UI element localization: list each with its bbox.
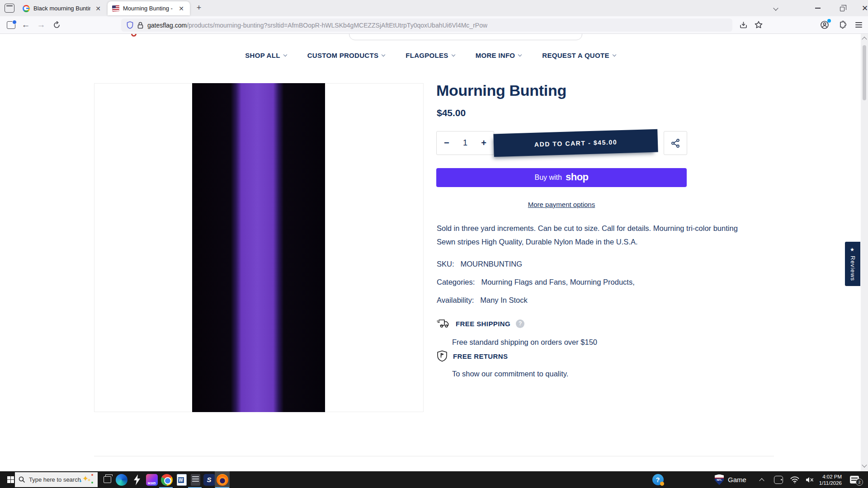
browser-toolbar: ← → gatesflag.com/products/mourning-bunt… bbox=[0, 16, 868, 34]
sidebar-import-icon[interactable] bbox=[5, 16, 17, 33]
address-bar[interactable]: gatesflag.com/products/mourning-bunting?… bbox=[121, 19, 732, 32]
forward-button[interactable]: → bbox=[34, 16, 48, 33]
task-view-icon[interactable] bbox=[99, 471, 115, 488]
quantity-decrease-button[interactable]: − bbox=[444, 138, 449, 148]
wifi-icon[interactable] bbox=[788, 471, 802, 488]
reload-button[interactable] bbox=[50, 16, 63, 33]
browser-tab-bar: Black mourning Bunting - Goog ✕ Mourning… bbox=[0, 0, 868, 16]
nav-item-shop-all[interactable]: SHOP ALL bbox=[245, 52, 286, 59]
taskbar-edge-icon[interactable] bbox=[114, 471, 129, 488]
copilot-sparkle-icon[interactable]: ✦✦ bbox=[80, 474, 93, 485]
more-payment-options-link[interactable]: More payment options bbox=[436, 201, 687, 208]
taskbar-lightning-icon[interactable] bbox=[129, 471, 144, 488]
quantity-increase-button[interactable]: + bbox=[481, 138, 486, 148]
page-viewport: SHOP ALL CUSTOM PRODUCTS FLAGPOLES MORE … bbox=[0, 34, 868, 471]
tray-device-icon[interactable] bbox=[771, 471, 786, 488]
availability-label: Availability: bbox=[437, 296, 474, 304]
share-icon bbox=[670, 138, 680, 148]
scrollbar-thumb[interactable] bbox=[863, 45, 866, 100]
scroll-down-icon[interactable] bbox=[862, 462, 867, 467]
app-menu-hamburger-icon[interactable] bbox=[851, 16, 866, 33]
nav-item-more-info[interactable]: MORE INFO bbox=[476, 52, 522, 59]
availability-value: Many In Stock bbox=[480, 296, 528, 304]
product-image-mourning-bunting[interactable] bbox=[192, 83, 325, 412]
bookmark-star-icon[interactable] bbox=[751, 16, 766, 33]
tracking-protection-shield-icon[interactable] bbox=[127, 21, 133, 29]
windows-taskbar: Type here to search ✦✦ M365 W S ? NFL Ga… bbox=[0, 471, 868, 488]
share-button[interactable] bbox=[664, 131, 687, 155]
account-icon[interactable] bbox=[816, 16, 833, 33]
shop-pay-logo: shop bbox=[566, 171, 589, 183]
quantity-stepper: − 1 + bbox=[436, 131, 494, 155]
time-text: 4:02 PM bbox=[822, 474, 842, 480]
truck-icon bbox=[437, 319, 450, 328]
free-shipping-help-icon[interactable]: ? bbox=[516, 319, 524, 328]
taskbar-m365-icon[interactable]: M365 bbox=[144, 471, 159, 488]
url-text[interactable]: gatesflag.com/products/mourning-bunting?… bbox=[147, 22, 487, 29]
search-icon bbox=[19, 476, 25, 483]
url-path: /products/mourning-bunting?srsltid=AfmBO… bbox=[187, 22, 487, 29]
tab-google-search[interactable]: Black mourning Bunting - Goog ✕ bbox=[18, 1, 107, 15]
product-title: Mourning Bunting bbox=[436, 82, 566, 99]
notification-count-badge: 2 bbox=[856, 479, 863, 486]
account-notification-dot bbox=[827, 19, 831, 23]
categories-value[interactable]: Mourning Flags and Fans, Mourning Produc… bbox=[481, 278, 634, 286]
taskbar-document-icon[interactable] bbox=[188, 471, 203, 488]
new-tab-button[interactable]: + bbox=[193, 3, 204, 14]
nfl-game-icon[interactable]: NFL bbox=[712, 471, 726, 488]
lock-icon[interactable] bbox=[137, 22, 143, 29]
buy-with-shop-button[interactable]: Buy with shop bbox=[436, 168, 687, 187]
windows-logo-icon bbox=[7, 476, 14, 483]
sku-label: SKU: bbox=[437, 260, 454, 268]
shield-icon bbox=[437, 350, 448, 362]
tab-close-icon[interactable]: ✕ bbox=[94, 5, 102, 12]
chevron-down-icon bbox=[451, 52, 455, 56]
window-restore-button[interactable] bbox=[832, 0, 853, 16]
reviews-side-tab[interactable]: ★Reviews bbox=[845, 242, 860, 286]
window-minimize-button[interactable] bbox=[807, 0, 828, 16]
scroll-up-icon[interactable] bbox=[862, 37, 867, 42]
chevron-down-icon bbox=[283, 52, 287, 56]
page-scrollbar[interactable] bbox=[861, 34, 868, 471]
extensions-puzzle-icon[interactable] bbox=[835, 16, 850, 33]
taskbar-firefox-icon[interactable] bbox=[215, 471, 230, 488]
lightning-bolt-icon bbox=[133, 474, 141, 485]
game-taskbar-label[interactable]: Game bbox=[728, 471, 746, 488]
google-favicon-icon bbox=[23, 5, 30, 12]
sku-value: MOURNBUNTING bbox=[461, 260, 523, 268]
nav-item-custom-products[interactable]: CUSTOM PRODUCTS bbox=[307, 52, 385, 59]
date-text: 1/11/2026 bbox=[819, 480, 842, 486]
taskbar-clock[interactable]: 4:02 PM 1/11/2026 bbox=[816, 471, 842, 488]
list-all-tabs-icon[interactable] bbox=[774, 4, 778, 12]
tab-title: Mourning Bunting - Gates Flag bbox=[123, 5, 174, 12]
site-logo-partial bbox=[131, 34, 137, 37]
site-navigation: SHOP ALL CUSTOM PRODUCTS FLAGPOLES MORE … bbox=[0, 46, 861, 64]
free-returns-text: To show our commitment to quality. bbox=[452, 370, 568, 378]
help-tray-icon[interactable]: ? bbox=[650, 471, 665, 488]
firefox-view-icon[interactable] bbox=[5, 4, 14, 13]
free-returns-title: FREE RETURNS bbox=[453, 352, 508, 360]
nav-item-request-a-quote[interactable]: REQUEST A QUOTE bbox=[542, 52, 615, 59]
free-returns-row: FREE RETURNS bbox=[437, 350, 508, 362]
tab-product-page[interactable]: Mourning Bunting - Gates Flag ✕ bbox=[108, 1, 190, 15]
nav-item-flagpoles[interactable]: FLAGPOLES bbox=[406, 52, 454, 59]
quantity-value[interactable]: 1 bbox=[463, 138, 467, 148]
categories-row: Categories:Mourning Flags and Fans, Mour… bbox=[437, 278, 635, 286]
notification-center-icon[interactable]: 2 bbox=[844, 471, 864, 488]
show-hidden-icons-chevron[interactable] bbox=[756, 471, 768, 488]
window-close-button[interactable]: ✕ bbox=[854, 0, 868, 16]
add-to-cart-button[interactable]: ADD TO CART - $45.00 bbox=[493, 129, 658, 157]
chevron-down-icon bbox=[612, 52, 616, 56]
downloads-icon[interactable] bbox=[736, 16, 750, 33]
volume-muted-icon[interactable] bbox=[803, 471, 817, 488]
tab-title: Black mourning Bunting - Goog bbox=[33, 5, 90, 12]
free-shipping-text: Free standard shipping on orders over $1… bbox=[452, 338, 597, 347]
sku-row: SKU:MOURNBUNTING bbox=[437, 260, 522, 268]
back-button[interactable]: ← bbox=[19, 16, 33, 33]
url-domain: gatesflag.com bbox=[147, 22, 187, 29]
tab-close-icon[interactable]: ✕ bbox=[177, 5, 185, 12]
chevron-down-icon bbox=[382, 52, 385, 56]
taskbar-chrome-icon[interactable] bbox=[159, 471, 174, 488]
taskbar-word-icon[interactable]: W bbox=[174, 471, 189, 488]
site-search-bar-partial[interactable] bbox=[349, 34, 582, 40]
